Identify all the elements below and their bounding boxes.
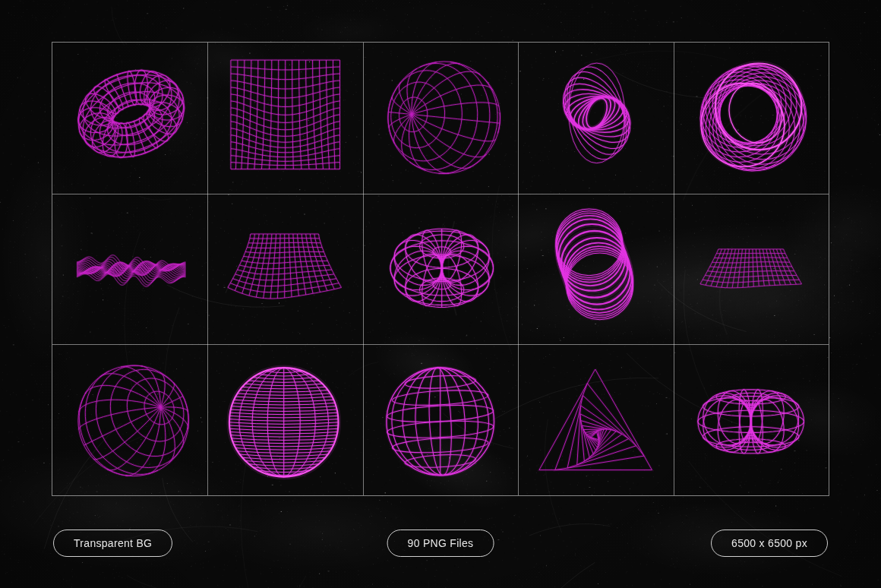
cell-thick-ring-torus — [674, 43, 829, 194]
torus-angled-icon — [52, 43, 207, 194]
cell-valley-mesh — [207, 194, 362, 345]
warped-grid-square-icon — [207, 43, 362, 194]
cell-globe-wireframe — [363, 344, 518, 495]
shape-grid — [52, 42, 829, 496]
cell-warped-grid-square — [207, 43, 362, 194]
cell-perspective-floor-grid — [674, 194, 829, 345]
badge-label: 90 PNG Files — [408, 537, 474, 549]
striped-sphere-icon — [207, 344, 362, 495]
globe-wireframe-icon — [363, 344, 518, 495]
cell-horn-torus-front — [674, 344, 829, 495]
wave-ribbon-icon — [52, 194, 207, 345]
cell-wave-ribbon — [52, 194, 207, 345]
poster: Transparent BG 90 PNG Files 6500 x 6500 … — [0, 0, 881, 588]
circle-stack-swirl-icon — [518, 194, 673, 345]
horn-torus-top-icon — [363, 194, 518, 345]
cell-striped-sphere — [207, 344, 362, 495]
cell-sphere-pole-right — [52, 344, 207, 495]
ellipse-vortex-icon — [518, 43, 673, 194]
cell-torus-angled — [52, 43, 207, 194]
cell-ellipse-vortex — [518, 43, 673, 194]
badge-transparent-bg: Transparent BG — [53, 530, 172, 557]
valley-mesh-icon — [207, 194, 362, 345]
badge-dimensions: 6500 x 6500 px — [711, 530, 828, 557]
badge-label: 6500 x 6500 px — [731, 537, 807, 549]
badge-label: Transparent BG — [74, 537, 152, 549]
sphere-pole-left-icon — [363, 43, 518, 194]
cell-horn-torus-top — [363, 194, 518, 345]
perspective-floor-grid-icon — [674, 194, 829, 345]
cell-sphere-pole-left — [363, 43, 518, 194]
thick-ring-torus-icon — [674, 43, 829, 194]
triangle-spiral-icon — [518, 344, 673, 495]
badge-png-files: 90 PNG Files — [387, 530, 494, 557]
cell-circle-stack-swirl — [518, 194, 673, 345]
cell-triangle-spiral — [518, 344, 673, 495]
sphere-pole-right-icon — [52, 344, 207, 495]
horn-torus-front-icon — [674, 344, 829, 495]
